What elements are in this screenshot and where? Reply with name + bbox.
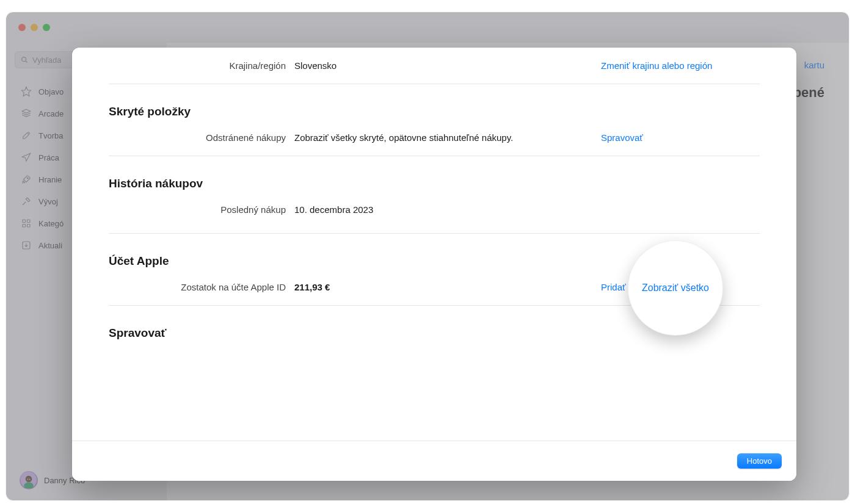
country-region-value: Slovensko [294,60,592,71]
row-removed-purchases: Odstránené nákupy Zobraziť všetky skryté… [109,131,760,156]
section-title-purchase-history: História nákupov [109,156,760,203]
section-title-manage: Spravovať [109,306,760,345]
removed-purchases-value: Zobraziť všetky skryté, opätovne stiahnu… [294,132,592,143]
app-window: Vyhľada Objavo Arcade Tvorba Práca [6,12,849,500]
last-purchase-label: Posledný nákup [109,204,286,215]
country-region-label: Krajina/región [109,60,286,71]
apple-balance-value: 211,93 € [294,282,592,292]
account-settings-modal: Krajina/región Slovensko Zmeniť krajinu … [72,48,796,481]
section-title-hidden-items: Skryté položky [109,84,760,131]
row-country-region: Krajina/región Slovensko Zmeniť krajinu … [109,59,760,84]
row-last-purchase: Posledný nákup 10. decembra 2023 . [109,203,760,233]
add-funds-link[interactable]: Pridať peniaze [601,282,760,292]
change-country-link[interactable]: Zmeniť krajinu alebo región [601,60,760,71]
done-button[interactable]: Hotovo [737,453,782,469]
section-title-apple-account: Účet Apple [109,234,760,280]
manage-hidden-link[interactable]: Spravovať [601,132,760,143]
removed-purchases-label: Odstránené nákupy [109,132,286,143]
row-apple-balance: Zostatok na účte Apple ID 211,93 € Prida… [109,280,760,305]
apple-balance-label: Zostatok na účte Apple ID [109,282,286,292]
modal-footer: Hotovo [72,441,796,481]
last-purchase-value: 10. decembra 2023 [294,204,592,215]
